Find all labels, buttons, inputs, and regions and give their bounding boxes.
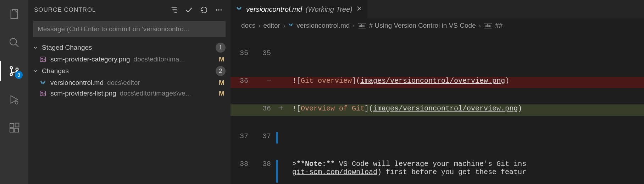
breadcrumb-segment[interactable]: editor <box>263 22 280 29</box>
line-number: 38 <box>253 160 276 168</box>
tab-bar: versioncontrol.md (Working Tree) <box>231 0 644 18</box>
svg-point-20 <box>41 92 43 93</box>
changes-count-badge: 2 <box>216 66 226 76</box>
more-actions-icon[interactable] <box>213 4 225 16</box>
breadcrumbs[interactable]: docs › editor › versioncontrol.md › abc … <box>231 18 644 33</box>
file-status-modified: M <box>218 90 226 97</box>
chevron-right-icon: › <box>258 22 260 29</box>
image-file-icon <box>39 55 47 63</box>
sidebar-header: SOURCE CONTROL <box>28 0 231 20</box>
svg-point-15 <box>218 9 220 11</box>
symbol-string-icon: abc <box>358 23 366 28</box>
svg-point-5 <box>15 101 18 104</box>
svg-point-4 <box>16 68 18 70</box>
chevron-down-icon <box>32 68 39 74</box>
markdown-file-icon <box>235 5 243 13</box>
line-number: 37 <box>231 132 253 140</box>
line-number: 35 <box>253 49 276 57</box>
file-status-modified: M <box>218 79 226 87</box>
svg-point-2 <box>10 66 13 69</box>
svg-line-1 <box>16 44 18 47</box>
chevron-right-icon: › <box>283 22 285 29</box>
file-name: scm-provider-category.png <box>50 55 130 63</box>
activity-bar: 3 <box>0 0 28 184</box>
svg-rect-8 <box>15 128 18 132</box>
file-name: scm-providers-list.png <box>50 90 116 97</box>
svg-rect-6 <box>10 124 14 128</box>
staged-count-badge: 1 <box>216 43 226 53</box>
code-line: ![Git overview](images/versioncontrol/ov… <box>284 77 644 85</box>
breadcrumb-segment[interactable]: ## <box>495 22 503 29</box>
svg-point-0 <box>10 38 17 45</box>
chevron-right-icon: › <box>479 22 481 29</box>
file-path: docs\editor <box>107 79 214 87</box>
commit-icon[interactable] <box>183 4 195 16</box>
scm-badge: 3 <box>15 71 23 79</box>
breadcrumb-segment[interactable]: versioncontrol.md <box>296 22 350 29</box>
source-control-icon[interactable]: 3 <box>0 61 28 81</box>
file-path: docs\editor\ima... <box>134 55 214 63</box>
image-file-icon <box>39 90 47 97</box>
svg-point-3 <box>10 73 13 76</box>
diff-add-marker: + <box>278 104 284 113</box>
extensions-icon[interactable] <box>0 118 28 138</box>
line-number: 38 <box>231 160 253 168</box>
commit-message-input[interactable]: Message (Ctrl+Enter to commit on 'versio… <box>33 21 226 37</box>
source-control-panel: SOURCE CONTROL Message (Ctrl+Enter to co… <box>28 0 231 184</box>
tab-filename: versioncontrol.md <box>246 5 302 13</box>
search-icon[interactable] <box>0 33 28 53</box>
file-path: docs\editor\images\ve... <box>120 90 214 97</box>
view-as-tree-icon[interactable] <box>168 4 180 16</box>
staged-file-item[interactable]: scm-provider-category.png docs\editor\im… <box>28 54 231 65</box>
changes-file-item[interactable]: scm-providers-list.png docs\editor\image… <box>28 88 231 99</box>
chevron-right-icon: › <box>352 22 355 29</box>
changes-section[interactable]: Changes 2 <box>28 65 231 77</box>
editor-area: versioncontrol.md (Working Tree) docs › … <box>231 0 644 184</box>
run-debug-icon[interactable] <box>0 90 28 109</box>
line-number: 36 <box>231 77 253 85</box>
line-number: 37 <box>253 132 276 140</box>
editor-tab[interactable]: versioncontrol.md (Working Tree) <box>231 0 367 18</box>
explorer-icon[interactable] <box>0 4 28 24</box>
markdown-file-icon <box>39 79 47 87</box>
markdown-file-icon <box>288 22 294 29</box>
staged-label: Staged Changes <box>42 44 213 52</box>
svg-point-14 <box>216 9 217 11</box>
svg-rect-9 <box>15 123 19 127</box>
close-icon[interactable] <box>356 5 362 13</box>
refresh-icon[interactable] <box>198 4 210 16</box>
line-number: 35 <box>231 49 253 57</box>
svg-point-16 <box>221 9 222 11</box>
staged-changes-section[interactable]: Staged Changes 1 <box>28 41 231 54</box>
changes-label: Changes <box>42 67 213 75</box>
file-status-modified: M <box>218 55 226 63</box>
chevron-down-icon <box>32 45 39 50</box>
diff-editor[interactable]: 35 35 36 — ![Git overview](images/versio… <box>231 33 644 184</box>
symbol-string-icon: abc <box>484 23 492 28</box>
svg-point-18 <box>41 58 43 59</box>
changes-file-item[interactable]: versioncontrol.md docs\editor M <box>28 77 231 88</box>
line-number: — <box>253 77 276 85</box>
sidebar-title: SOURCE CONTROL <box>34 6 165 13</box>
line-number: 36 <box>253 104 276 113</box>
svg-rect-7 <box>10 128 14 132</box>
code-line: >**Note:** VS Code will leverage your ma… <box>284 160 644 176</box>
svg-rect-17 <box>40 57 46 61</box>
breadcrumb-segment[interactable]: # Using Version Control in VS Code <box>369 22 476 29</box>
breadcrumb-segment[interactable]: docs <box>241 22 255 29</box>
tab-suffix: (Working Tree) <box>306 5 352 13</box>
file-name: versioncontrol.md <box>50 79 104 87</box>
code-line: ![Overview of Git](images/versioncontrol… <box>284 104 644 113</box>
svg-rect-19 <box>40 91 46 96</box>
